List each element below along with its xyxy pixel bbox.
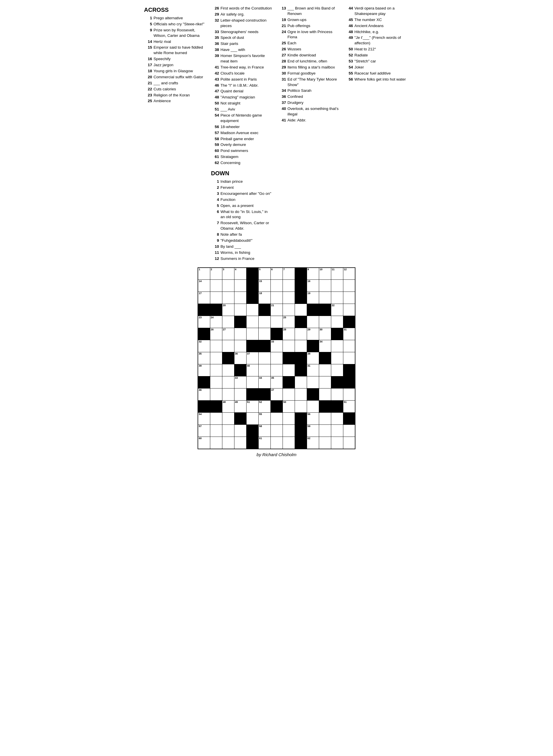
cell-13-7[interactable]	[283, 425, 295, 437]
cell-6-7[interactable]	[283, 340, 295, 352]
cell-1-12[interactable]	[343, 280, 355, 292]
cell-9-8[interactable]	[295, 376, 307, 388]
cell-3-10[interactable]	[319, 304, 331, 316]
cell-3-8[interactable]	[295, 304, 307, 316]
cell-10-0[interactable]: 46	[198, 388, 210, 401]
cell-14-8[interactable]	[295, 437, 307, 449]
cell-6-5[interactable]	[258, 340, 270, 352]
cell-9-3[interactable]: 43	[234, 376, 246, 388]
cell-7-1[interactable]	[210, 352, 222, 364]
cell-11-3[interactable]: 49	[234, 401, 246, 413]
cell-11-11[interactable]	[331, 401, 343, 413]
cell-14-4[interactable]	[246, 437, 258, 449]
cell-13-1[interactable]	[210, 425, 222, 437]
cell-9-0[interactable]	[198, 376, 210, 388]
cell-10-8[interactable]	[295, 388, 307, 401]
cell-1-7[interactable]	[283, 280, 295, 292]
cell-11-2[interactable]: 48	[222, 401, 234, 413]
cell-14-9[interactable]: 62	[307, 437, 319, 449]
cell-13-6[interactable]	[270, 425, 283, 437]
cell-14-6[interactable]	[270, 437, 283, 449]
cell-2-10[interactable]	[319, 292, 331, 304]
cell-1-0[interactable]: 14	[198, 280, 210, 292]
cell-4-7[interactable]: 25	[283, 316, 295, 328]
cell-8-1[interactable]	[210, 364, 222, 376]
cell-4-11[interactable]	[331, 316, 343, 328]
cell-13-3[interactable]	[234, 425, 246, 437]
cell-8-8[interactable]	[295, 364, 307, 376]
cell-2-12[interactable]	[343, 292, 355, 304]
cell-4-4[interactable]	[246, 316, 258, 328]
cell-1-8[interactable]	[295, 280, 307, 292]
cell-11-10[interactable]	[319, 401, 331, 413]
cell-12-7[interactable]	[283, 413, 295, 425]
cell-10-6[interactable]: 47	[270, 388, 283, 401]
cell-8-12[interactable]	[343, 364, 355, 376]
cell-3-3[interactable]	[234, 304, 246, 316]
cell-1-3[interactable]	[234, 280, 246, 292]
cell-2-8[interactable]	[295, 292, 307, 304]
cell-3-1[interactable]	[210, 304, 222, 316]
cell-12-11[interactable]	[331, 413, 343, 425]
cell-6-3[interactable]	[234, 340, 246, 352]
cell-2-4[interactable]	[246, 292, 258, 304]
cell-5-8[interactable]	[295, 328, 307, 340]
cell-11-4[interactable]: 51	[246, 401, 258, 413]
cell-12-1[interactable]	[210, 413, 222, 425]
cell-13-4[interactable]	[246, 425, 258, 437]
cell-7-2[interactable]	[222, 352, 234, 364]
cell-9-7[interactable]	[283, 376, 295, 388]
cell-0-2[interactable]: 3	[222, 268, 234, 280]
cell-11-1[interactable]	[210, 401, 222, 413]
cell-13-8[interactable]	[295, 425, 307, 437]
cell-11-12[interactable]: 51	[343, 401, 355, 413]
cell-5-3[interactable]	[234, 328, 246, 340]
cell-1-4[interactable]	[246, 280, 258, 292]
cell-0-3[interactable]: 4	[234, 268, 246, 280]
cell-9-2[interactable]	[222, 376, 234, 388]
cell-4-1[interactable]: 24	[210, 316, 222, 328]
cell-14-0[interactable]: 60	[198, 437, 210, 449]
cell-14-3[interactable]	[234, 437, 246, 449]
cell-8-3[interactable]	[234, 364, 246, 376]
cell-2-5[interactable]: 18	[258, 292, 270, 304]
cell-0-5[interactable]: 5	[258, 268, 270, 280]
cell-11-5[interactable]: 52	[258, 401, 270, 413]
cell-5-11[interactable]	[331, 328, 343, 340]
cell-12-12[interactable]	[343, 413, 355, 425]
cell-3-2[interactable]: 20	[222, 304, 234, 316]
cell-4-12[interactable]	[343, 316, 355, 328]
cell-10-11[interactable]	[331, 388, 343, 401]
cell-5-12[interactable]: 31	[343, 328, 355, 340]
cell-0-6[interactable]: 6	[270, 268, 283, 280]
cell-5-4[interactable]	[246, 328, 258, 340]
cell-14-1[interactable]	[210, 437, 222, 449]
cell-13-11[interactable]	[331, 425, 343, 437]
cell-2-11[interactable]	[331, 292, 343, 304]
cell-0-11[interactable]: 11	[331, 268, 343, 280]
cell-7-4[interactable]: 37	[246, 352, 258, 364]
cell-5-5[interactable]	[258, 328, 270, 340]
cell-0-9[interactable]: 9	[307, 268, 319, 280]
cell-10-9[interactable]	[307, 388, 319, 401]
cell-9-11[interactable]	[331, 376, 343, 388]
cell-8-7[interactable]	[283, 364, 295, 376]
cell-9-9[interactable]	[307, 376, 319, 388]
cell-14-5[interactable]: 61	[258, 437, 270, 449]
cell-12-4[interactable]	[246, 413, 258, 425]
cell-8-5[interactable]	[258, 364, 270, 376]
cell-3-4[interactable]	[246, 304, 258, 316]
cell-5-2[interactable]: 27	[222, 328, 234, 340]
cell-7-12[interactable]	[343, 352, 355, 364]
cell-10-7[interactable]	[283, 388, 295, 401]
cell-10-1[interactable]	[210, 388, 222, 401]
cell-12-9[interactable]: 56	[307, 413, 319, 425]
cell-4-2[interactable]	[222, 316, 234, 328]
cell-10-4[interactable]	[246, 388, 258, 401]
cell-13-12[interactable]	[343, 425, 355, 437]
cell-3-12[interactable]	[343, 304, 355, 316]
cell-11-6[interactable]	[270, 401, 283, 413]
cell-13-10[interactable]	[319, 425, 331, 437]
cell-7-5[interactable]	[258, 352, 270, 364]
cell-7-8[interactable]	[295, 352, 307, 364]
